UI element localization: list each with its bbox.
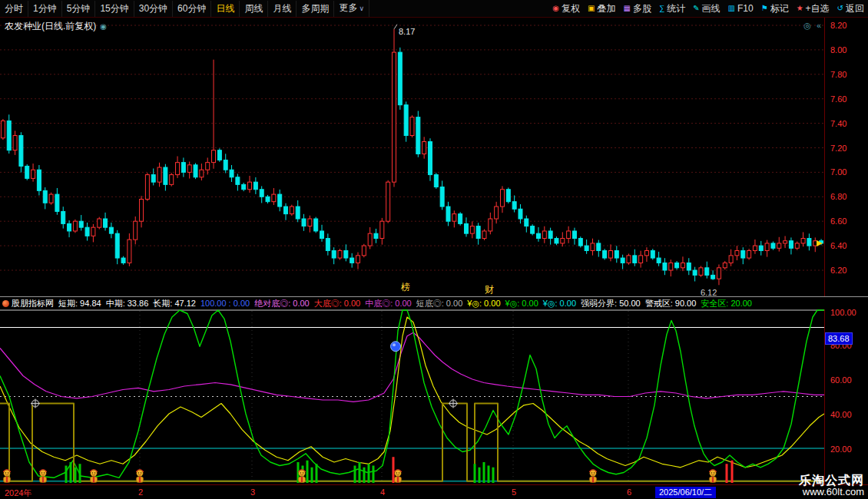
signal-bar-green [363, 468, 366, 483]
tool-item-7[interactable]: ★+自选 [793, 2, 833, 15]
indicator-param-3: 100.00 : 0.00 [200, 299, 250, 308]
date-label-2: 3 [250, 487, 255, 497]
menu-item-0[interactable]: 分时 [0, 1, 28, 17]
signal-bar-green [359, 462, 361, 483]
price-tick-8.00: 8.00 [830, 45, 846, 55]
title-dropdown-icon[interactable]: ◉ [100, 22, 107, 31]
menu-item-4[interactable]: 30分钟 [134, 1, 173, 17]
corner-icon-1[interactable]: « [817, 21, 821, 31]
adjust-rights-icon: ◉ [552, 5, 559, 12]
tool-item-label: +自选 [806, 2, 830, 15]
menu-item-10[interactable]: 更多∨ [334, 0, 369, 17]
stats-icon: ∑ [659, 5, 664, 12]
indicator-param-12: 警戒区: 90.00 [645, 298, 697, 309]
kline-chart[interactable]: 8.176.12 农发种业(日线.前复权) ◉ ◎« 榜财 [0, 17, 824, 296]
indicator-param-4: 绝对底◎: 0.00 [254, 298, 310, 309]
axis-divider-line [824, 17, 825, 499]
indicator-source[interactable]: 股朋指标网 [2, 298, 54, 309]
tool-item-5[interactable]: ▥F10 [724, 3, 757, 14]
news-badge-榜[interactable]: 榜 [401, 281, 410, 294]
signal-bar-green [492, 468, 495, 483]
signal-bar-green [75, 468, 77, 483]
tool-item-3[interactable]: ∑统计 [655, 2, 689, 15]
signal-bar-red [731, 461, 734, 483]
menu-item-7[interactable]: 周线 [240, 1, 268, 17]
cross-circle-icon [449, 399, 458, 408]
signal-bar-green [79, 464, 81, 483]
signal-bar-green [354, 466, 356, 484]
tool-item-0[interactable]: ◉复权 [548, 2, 584, 15]
signal-bar-green [488, 466, 490, 484]
price-tick-7.80: 7.80 [830, 70, 846, 79]
tool-item-6[interactable]: ⚑标记 [757, 2, 793, 15]
tool-item-label: 返回 [846, 2, 864, 15]
high-annotation: 8.17 [399, 27, 415, 36]
gold-figure-icon [589, 469, 597, 482]
indicator-canvas[interactable] [0, 309, 824, 484]
gold-figure-icon [136, 469, 144, 482]
indicator-tick-20: 20.00 [830, 444, 852, 454]
indicator-panel[interactable] [0, 309, 824, 484]
signal-bar-red [393, 457, 395, 483]
menu-item-1[interactable]: 1分钟 [28, 1, 62, 17]
indicator-param-11: 强弱分界: 50.00 [581, 298, 641, 309]
indicator-logo-icon [2, 300, 9, 307]
news-badge-财[interactable]: 财 [485, 283, 494, 296]
menu-item-3[interactable]: 15分钟 [95, 1, 134, 17]
watermark-url: www.60lt.com [799, 487, 864, 498]
price-tick-7.60: 7.60 [830, 94, 846, 104]
indicator-param-5: 大底◎: 0.00 [314, 298, 361, 309]
tool-item-2[interactable]: ▦多股 [620, 2, 655, 15]
indicator-param-10: ¥◎: 0.00 [543, 299, 576, 309]
price-tick-6.20: 6.20 [830, 266, 846, 275]
indicator-param-0: 短期: 94.84 [58, 298, 101, 309]
chart-title: 农发种业(日线.前复权) ◉ [5, 20, 107, 33]
menu-item-8[interactable]: 月线 [268, 1, 297, 17]
signal-bar-green [373, 466, 375, 484]
add-watchlist-icon: ★ [797, 5, 803, 12]
price-tick-7.00: 7.00 [830, 167, 846, 177]
tool-item-8[interactable]: ↺返回 [833, 2, 868, 15]
stock-title-label: 农发种业(日线.前复权) [5, 20, 96, 33]
indicator-tick-60: 60.00 [830, 375, 852, 385]
price-tick-6.40: 6.40 [830, 241, 846, 250]
kline-canvas[interactable]: 8.176.12 [0, 17, 824, 296]
gold-figure-icon [394, 469, 402, 482]
signal-bar-green [70, 462, 72, 483]
menu-item-5[interactable]: 60分钟 [173, 1, 211, 17]
tool-item-label: 叠加 [598, 2, 616, 15]
indicator-param-9: ¥◎: 0.00 [505, 299, 538, 309]
menu-item-9[interactable]: 多周期 [297, 1, 334, 17]
corner-icon-0[interactable]: ◎ [803, 21, 811, 31]
site-watermark: 乐淘公式网 www.60lt.com [799, 474, 864, 498]
overlay-icon: ▣ [588, 5, 595, 12]
menu-item-2[interactable]: 5分钟 [62, 1, 96, 17]
tool-item-label: 多股 [633, 2, 651, 15]
series-0 [0, 332, 824, 402]
date-label-4: 5 [512, 487, 516, 497]
date-label-5: 6 [627, 487, 631, 497]
period-menu: 分时1分钟5分钟15分钟30分钟60分钟日线周线月线多周期更多∨ [0, 0, 369, 17]
price-tick-6.80: 6.80 [830, 192, 846, 201]
current-date-tag: 2025/06/10/二 [655, 487, 716, 498]
signal-bar-green [311, 468, 313, 483]
tool-item-1[interactable]: ▣叠加 [584, 2, 619, 15]
multi-stock-icon: ▦ [624, 5, 631, 12]
signal-bar-green [368, 464, 370, 483]
signal-bar-green [479, 468, 481, 483]
series-3 [0, 404, 824, 481]
date-label-1: 2 [138, 487, 143, 497]
price-tick-7.20: 7.20 [830, 144, 846, 153]
tool-item-4[interactable]: ✎画线 [689, 2, 724, 15]
price-tick-7.40: 7.40 [830, 119, 846, 128]
menu-item-6[interactable]: 日线 [211, 1, 240, 17]
signal-bar-green [306, 461, 309, 483]
f10-icon: ▥ [728, 5, 735, 12]
signal-bar-green [316, 464, 318, 483]
date-label-0: 2024年 [5, 487, 31, 499]
indicator-param-2: 长期: 47.12 [153, 298, 196, 309]
indicator-param-1: 中期: 33.86 [106, 298, 149, 309]
chevron-down-icon: ∨ [359, 5, 364, 12]
tool-item-label: 标记 [770, 2, 789, 15]
tool-item-label: 复权 [562, 2, 580, 15]
